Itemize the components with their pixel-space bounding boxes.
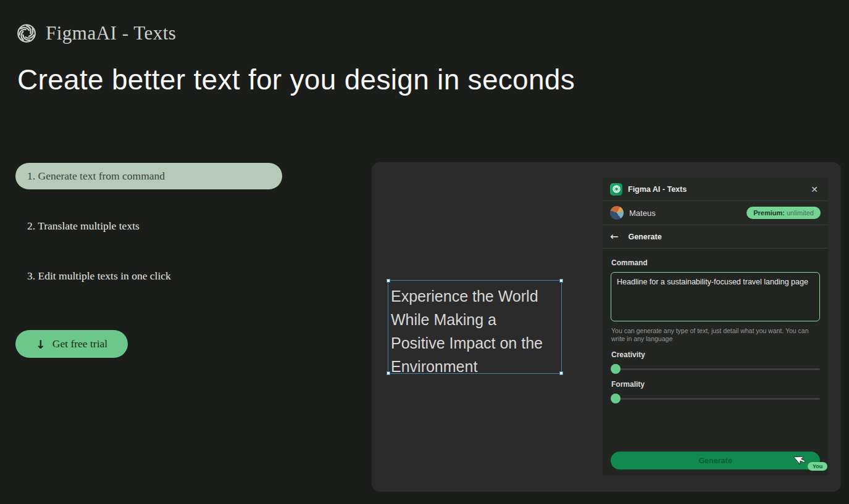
canvas-text-line: Environment (391, 355, 561, 378)
feature-item-generate[interactable]: 1. Generate text from command (15, 163, 282, 189)
creativity-label: Creativity (611, 350, 820, 359)
formality-label: Formality (611, 380, 820, 389)
selection-handle[interactable] (559, 371, 563, 375)
plugin-user-row: Mateus Premium: unlimited (603, 201, 828, 225)
plugin-header: Figma AI - Texts ✕ (603, 178, 828, 201)
feature-item-label: 1. Generate text from command (27, 170, 165, 183)
canvas-text-line: Experience the World (391, 284, 561, 308)
brand-header: FigmaAI - Texts (16, 22, 176, 44)
page: FigmaAI - Texts Create better text for y… (0, 0, 849, 504)
canvas-selected-text[interactable]: Experience the World While Making a Posi… (388, 280, 562, 374)
slider-track[interactable] (611, 368, 820, 370)
swirl-logo-icon (16, 23, 37, 44)
plugin-panel: Figma AI - Texts ✕ Mateus Premium: unlim… (603, 178, 828, 476)
close-icon[interactable]: ✕ (808, 183, 821, 196)
premium-badge: Premium: unlimited (747, 207, 821, 219)
generate-button[interactable]: Generate (611, 452, 820, 469)
command-label: Command (611, 258, 820, 267)
feature-item-label: 3. Edit multiple texts in one click (27, 270, 171, 282)
plugin-body: Command Headline for a sustainability-fo… (603, 249, 828, 403)
plugin-title: Figma AI - Texts (628, 185, 803, 194)
preview-card: Experience the World While Making a Posi… (372, 162, 841, 492)
creativity-slider[interactable] (611, 364, 820, 374)
nav-title: Generate (628, 233, 661, 241)
back-arrow-icon[interactable]: ← (610, 231, 618, 242)
cta-label: Get free trial (52, 337, 107, 350)
slider-thumb[interactable] (611, 364, 621, 374)
selection-handle[interactable] (387, 279, 390, 283)
feature-item-translate[interactable]: 2. Translate multiple texts (27, 220, 140, 233)
page-title: Create better text for you design in sec… (17, 63, 758, 96)
feature-item-label: 2. Translate multiple texts (27, 220, 140, 232)
avatar (610, 206, 624, 220)
premium-badge-value: unlimited (787, 209, 814, 217)
get-free-trial-button[interactable]: ↓ Get free trial (15, 330, 128, 358)
selection-handle[interactable] (559, 279, 563, 283)
selection-handle[interactable] (387, 371, 390, 375)
feature-item-edit[interactable]: 3. Edit multiple texts in one click (27, 270, 171, 283)
slider-track[interactable] (611, 398, 820, 400)
formality-slider[interactable] (611, 394, 820, 403)
plugin-app-icon (610, 183, 622, 196)
command-input[interactable]: Headline for a sustainability-focused tr… (611, 272, 820, 321)
plugin-nav-row: ← Generate (603, 225, 828, 249)
canvas-text-line: While Making a (391, 308, 561, 331)
user-name: Mateus (629, 209, 741, 218)
down-arrow-icon: ↓ (36, 337, 46, 351)
brand-title: FigmaAI - Texts (46, 22, 176, 44)
canvas-text-line: Positive Impact on the (391, 331, 561, 355)
slider-thumb[interactable] (611, 394, 621, 403)
premium-badge-label: Premium: (753, 209, 785, 217)
generate-button-label: Generate (698, 456, 732, 465)
command-help-text: You can generate any type of text, just … (611, 327, 815, 343)
